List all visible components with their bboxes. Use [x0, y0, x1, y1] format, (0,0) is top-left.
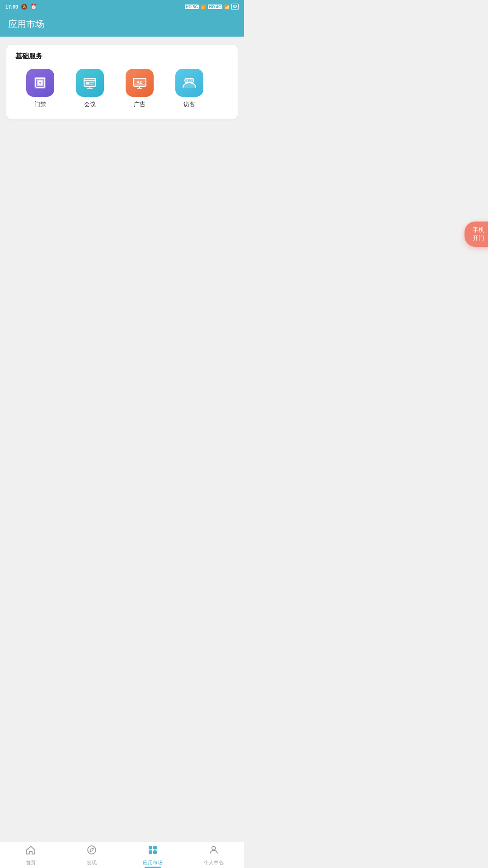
battery-icon: 52: [231, 4, 239, 10]
status-bar-right: HD 5G 📶 HD 4G 📶 52: [185, 4, 239, 10]
ad-icon: AD: [131, 75, 148, 91]
main-content: 基础服务 门禁: [0, 37, 244, 376]
ad-label: 广告: [134, 100, 145, 108]
page-title: 应用市场: [8, 18, 236, 30]
svg-rect-9: [90, 82, 94, 83]
visitor-label: 访客: [183, 100, 195, 108]
notify-icon: 🔕: [21, 4, 28, 10]
time-display: 17:09: [5, 4, 18, 9]
app-item-meeting[interactable]: 会议: [65, 69, 115, 108]
meeting-icon: [82, 75, 98, 91]
section-title: 基础服务: [15, 52, 229, 61]
header: 应用市场: [0, 14, 244, 37]
signal-5g-icon: 📶: [201, 5, 206, 9]
alarm-icon: ⏰: [30, 4, 37, 10]
svg-rect-5: [35, 77, 45, 79]
app-item-door[interactable]: 门禁: [15, 69, 65, 108]
ad-icon-bg: AD: [126, 69, 154, 97]
door-icon-bg: [26, 69, 54, 97]
svg-rect-10: [90, 84, 93, 85]
app-item-visitor[interactable]: 访客: [164, 69, 214, 108]
visitor-icon-bg: [175, 69, 203, 97]
svg-point-4: [39, 82, 41, 84]
visitor-icon: [181, 75, 197, 91]
app-item-ad[interactable]: AD 广告: [115, 69, 164, 108]
svg-rect-6: [84, 78, 96, 86]
status-bar: 17:09 🔕 ⏰ HD 5G 📶 HD 4G 📶 52: [0, 0, 244, 14]
network-4g: HD 4G: [208, 5, 222, 9]
signal-4g-icon: 📶: [224, 5, 230, 9]
status-bar-left: 17:09 🔕 ⏰: [5, 4, 37, 10]
app-grid: 门禁 会议: [15, 69, 229, 108]
basic-services-card: 基础服务 门禁: [6, 45, 238, 119]
svg-text:AD: AD: [137, 80, 143, 85]
door-icon: [32, 75, 48, 91]
network-5g: HD 5G: [185, 5, 199, 9]
meeting-icon-bg: [76, 69, 104, 97]
door-label: 门禁: [34, 100, 46, 108]
svg-point-20: [188, 79, 191, 82]
meeting-label: 会议: [84, 100, 96, 108]
svg-rect-8: [86, 82, 89, 85]
